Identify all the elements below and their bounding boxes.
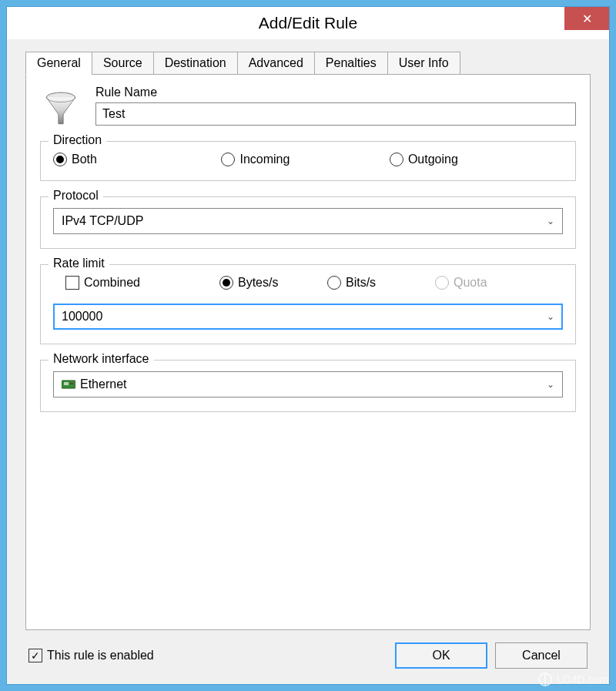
tab-panel-general: Rule Name Direction Both Incoming: [25, 74, 591, 630]
funnel-icon: [40, 89, 82, 130]
rate-quota: Quota: [435, 276, 543, 290]
direction-both-label: Both: [72, 153, 97, 166]
svg-rect-3: [64, 382, 69, 385]
radio-icon: [390, 153, 403, 166]
titlebar: Add/Edit Rule ✕: [7, 7, 609, 39]
network-interface-value: Ethernet: [80, 377, 126, 391]
network-interface-legend: Network interface: [49, 352, 154, 366]
direction-outgoing-label: Outgoing: [408, 153, 458, 166]
tab-source[interactable]: Source: [92, 52, 154, 75]
chevron-down-icon: ⌄: [547, 379, 554, 390]
radio-icon: [435, 276, 449, 290]
rate-bits[interactable]: Bits/s: [327, 276, 435, 290]
radio-icon: [53, 153, 67, 166]
checkbox-icon: [28, 649, 42, 662]
rate-limit-group: Rate limit Combined Bytes/s Bits/s: [40, 264, 576, 344]
rate-limit-value: 100000: [62, 310, 102, 324]
rate-limit-options: Combined Bytes/s Bits/s Quota: [53, 276, 563, 290]
rate-combined[interactable]: Combined: [65, 276, 219, 290]
direction-incoming-label: Incoming: [239, 153, 290, 166]
direction-outgoing[interactable]: Outgoing: [390, 153, 557, 166]
dialog-footer: This rule is enabled OK Cancel: [25, 630, 591, 670]
direction-group: Direction Both Incoming Outgoing: [40, 141, 576, 181]
network-interface-combo[interactable]: Ethernet ⌄: [53, 371, 563, 397]
rate-limit-combo[interactable]: 100000 ⌄: [53, 304, 563, 330]
checkbox-icon: [65, 276, 79, 290]
globe-icon: [538, 673, 552, 686]
dialog-window: Add/Edit Rule ✕ General Source Destinati…: [6, 6, 610, 685]
rate-bytes[interactable]: Bytes/s: [219, 276, 327, 290]
tab-userinfo[interactable]: User Info: [387, 52, 460, 75]
protocol-combo[interactable]: IPv4 TCP/UDP ⌄: [53, 208, 563, 234]
radio-icon: [221, 153, 235, 166]
protocol-group: Protocol IPv4 TCP/UDP ⌄: [40, 196, 576, 249]
enabled-label: This rule is enabled: [47, 649, 154, 662]
rate-limit-legend: Rate limit: [49, 257, 109, 270]
radio-icon: [219, 276, 233, 290]
rate-combined-label: Combined: [84, 276, 140, 290]
rate-bits-label: Bits/s: [346, 276, 376, 290]
direction-legend: Direction: [49, 133, 106, 147]
close-icon: ✕: [582, 12, 592, 26]
tab-advanced[interactable]: Advanced: [237, 52, 315, 75]
svg-rect-4: [70, 383, 73, 384]
rule-name-input[interactable]: [95, 102, 576, 126]
radio-icon: [327, 276, 341, 290]
tab-penalties[interactable]: Penalties: [314, 52, 388, 75]
chevron-down-icon: ⌄: [547, 311, 554, 322]
rule-name-row: Rule Name: [40, 86, 576, 130]
close-button[interactable]: ✕: [564, 7, 609, 30]
direction-incoming[interactable]: Incoming: [221, 153, 389, 166]
tab-destination[interactable]: Destination: [153, 52, 238, 75]
direction-both[interactable]: Both: [53, 153, 221, 166]
window-title: Add/Edit Rule: [7, 14, 609, 32]
rate-bytes-label: Bytes/s: [238, 276, 278, 290]
protocol-value: IPv4 TCP/UDP: [62, 214, 143, 228]
tab-strip: General Source Destination Advanced Pena…: [25, 52, 591, 75]
chevron-down-icon: ⌄: [547, 216, 554, 226]
network-interface-group: Network interface Ethernet ⌄: [40, 360, 576, 412]
ok-button[interactable]: OK: [395, 642, 487, 669]
direction-radio-row: Both Incoming Outgoing: [53, 153, 563, 166]
tab-general[interactable]: General: [25, 52, 92, 75]
cancel-button[interactable]: Cancel: [495, 642, 588, 669]
rate-quota-label: Quota: [454, 276, 487, 290]
enabled-checkbox[interactable]: This rule is enabled: [28, 649, 154, 662]
rule-name-label: Rule Name: [95, 86, 576, 99]
protocol-legend: Protocol: [49, 189, 103, 203]
watermark: LO4D.com: [538, 673, 608, 686]
watermark-text: LO4D.com: [557, 673, 608, 686]
rule-name-block: Rule Name: [95, 86, 576, 126]
ethernet-icon: [62, 379, 75, 390]
client-area: General Source Destination Advanced Pena…: [7, 39, 609, 684]
